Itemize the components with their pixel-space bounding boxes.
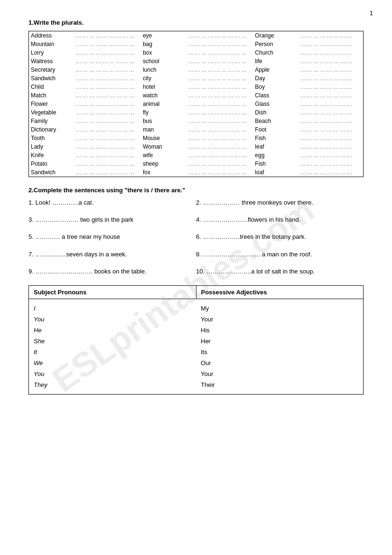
- sentence-left-2: 5. ………… a tree near my house: [28, 233, 196, 241]
- word-col2: city: [141, 74, 186, 83]
- word-col2: school: [141, 57, 186, 66]
- table-row: Vegetable ……………………… fly ……………………… Dish ……: [29, 108, 364, 117]
- dots-col2: ………………………: [186, 83, 253, 91]
- word-col1: Flower: [29, 100, 74, 108]
- dots-col3: ……………………: [298, 31, 363, 40]
- sentence-num: 3.: [28, 216, 34, 223]
- dots-col1: ………………………: [74, 134, 140, 142]
- dots-col1: ………………………: [74, 40, 140, 48]
- word-col2: fox: [141, 168, 186, 177]
- sentence-right-2: 6. ………………trees in the botany park.: [196, 233, 364, 241]
- dots-col3: ……………………: [298, 168, 363, 177]
- dots-col3: ……………………: [298, 48, 363, 57]
- table-row: Tooth ……………………… Mouse ……………………… Fish …………: [29, 134, 364, 142]
- word-col3: loaf: [253, 168, 298, 177]
- pronoun-subject: I: [29, 303, 196, 314]
- dots-col2: ………………………: [186, 168, 253, 177]
- sentence-text: ………………….a lot of salt in the soup.: [206, 268, 315, 275]
- pronoun-possessive: Your: [196, 314, 364, 325]
- word-col3: life: [253, 57, 298, 66]
- sentence-left-0: 1. Look! ………….a cat.: [28, 198, 196, 207]
- dots-col1: ………………………: [74, 48, 140, 57]
- pronoun-subject: We: [29, 357, 196, 368]
- word-col2: Mouse: [141, 134, 186, 142]
- plurals-table: Address ……………………… eye ……………………… Orange ……: [28, 31, 364, 177]
- dots-col3: ……………………: [298, 91, 363, 100]
- sentence-num: 4.: [196, 216, 201, 223]
- page-number: 1: [370, 9, 373, 17]
- sentence-num: 9.: [28, 268, 34, 275]
- dots-col3: ……………………: [298, 117, 363, 125]
- table-row: Mountain ……………………… bag ……………………… Person …: [29, 40, 364, 48]
- word-col1: Vegetable: [29, 108, 74, 117]
- word-col1: Potato: [29, 160, 74, 168]
- sentence-num: 7.: [28, 251, 34, 258]
- table-row: Child ……………………… hotel ……………………… Boy ……………: [29, 83, 364, 91]
- dots-col3: ……………………: [298, 83, 363, 91]
- table-row: Potato ……………………… sheep ……………………… Fish ………: [29, 160, 364, 168]
- word-col1: Sandwich: [29, 74, 74, 83]
- dots-col2: ………………………: [186, 108, 253, 117]
- table-row: Sandwich ……………………… fox ……………………… loaf ………: [29, 168, 364, 177]
- sentence-row: 7. ……………seven days in a week. 8. ……………………: [28, 250, 364, 259]
- word-col1: Match: [29, 91, 74, 100]
- dots-col3: ……………………: [298, 66, 363, 74]
- sentence-left-4: 9. ………………………. books on the table.: [28, 267, 196, 276]
- word-col2: man: [141, 125, 186, 134]
- dots-col1: ………………………: [74, 117, 140, 125]
- table-row: Flower ……………………… animal ……………………… Glass …: [29, 100, 364, 108]
- word-col2: fly: [141, 108, 186, 117]
- word-col1: Family: [29, 117, 74, 125]
- table-row: Match ……………………… watch ……………………… Class ………: [29, 91, 364, 100]
- sentence-right-0: 2. ……………… three monkeys over there.: [196, 198, 364, 207]
- table-row: Family ……………………… bus ……………………… Beach …………: [29, 117, 364, 125]
- dots-col2: ………………………: [186, 100, 253, 108]
- sentence-text: ………………… two girls in the park: [35, 216, 133, 223]
- table-row: Lady ……………………… Woman ……………………… leaf ……………: [29, 142, 364, 151]
- word-col1: Lorry: [29, 48, 74, 57]
- word-col3: egg: [253, 151, 298, 160]
- dots-col2: ………………………: [186, 31, 253, 40]
- dots-col1: ………………………: [74, 151, 140, 160]
- sentence-row: 1. Look! ………….a cat. 2. ……………… three mon…: [28, 198, 364, 207]
- dots-col3: ……………………: [298, 134, 363, 142]
- word-col3: Boy: [253, 83, 298, 91]
- pronoun-possessive: Their: [196, 379, 364, 390]
- section1: 1.Write the plurals. Address ……………………… e…: [28, 19, 364, 177]
- sentence-text: ………… a tree near my house: [35, 233, 120, 240]
- dots-col3: ……………………: [298, 151, 363, 160]
- pronoun-subject: They: [29, 379, 196, 390]
- pronouns-row: She Her: [29, 336, 364, 347]
- pronoun-subject: He: [29, 325, 196, 336]
- dots-col2: ………………………: [186, 134, 253, 142]
- dots-col1: ………………………: [74, 142, 140, 151]
- table-row: Dictionary ……………………… man ……………………… Foot …: [29, 125, 364, 134]
- sentence-row: 9. ………………………. books on the table. 10. ………: [28, 267, 364, 276]
- dots-col2: ………………………: [186, 66, 253, 74]
- word-col3: Class: [253, 91, 298, 100]
- word-col1: Dictionary: [29, 125, 74, 134]
- word-col1: Waitress: [29, 57, 74, 66]
- pronouns-row: You Your: [29, 314, 364, 325]
- dots-col2: ………………………: [186, 117, 253, 125]
- sentence-num: 2.: [196, 199, 201, 206]
- table-row: Sandwich ……………………… city ……………………… Day ………: [29, 74, 364, 83]
- pronoun-subject: You: [29, 368, 196, 379]
- sentence-left-3: 7. ……………seven days in a week.: [28, 250, 196, 259]
- section2: 2.Complete the sentences using "there is…: [28, 187, 364, 276]
- pronouns-table: Subject Pronouns Possessive Adjectives I…: [28, 285, 364, 395]
- word-col1: Secretary: [29, 66, 74, 74]
- sentence-text: ………………………. books on the table.: [35, 268, 146, 275]
- word-col1: Lady: [29, 142, 74, 151]
- dots-col1: ………………………: [74, 160, 140, 168]
- word-col3: Dish: [253, 108, 298, 117]
- pronouns-header-right: Possessive Adjectives: [196, 285, 364, 299]
- sentence-num: 8.: [196, 251, 201, 258]
- sentence-text: ………………………. a man on the roof.: [203, 251, 312, 258]
- pronouns-row: They Their: [29, 379, 364, 390]
- table-row: Address ……………………… eye ……………………… Orange ……: [29, 31, 364, 40]
- word-col3: Fish: [253, 134, 298, 142]
- word-col3: Person: [253, 40, 298, 48]
- table-row: Waitress ……………………… school ……………………… life…: [29, 57, 364, 66]
- dots-col1: ………………………: [74, 168, 140, 177]
